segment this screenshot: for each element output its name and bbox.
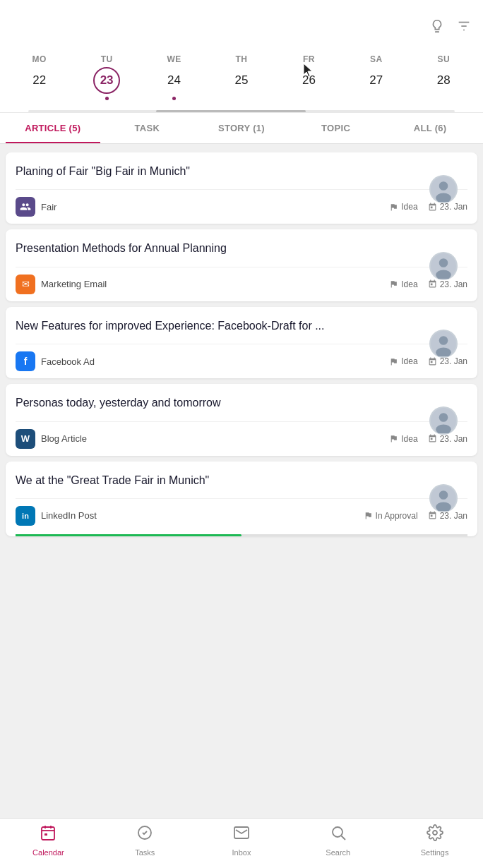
- day-col-23[interactable]: TU23: [73, 54, 140, 104]
- day-label: MO: [32, 54, 47, 64]
- nav-label-settings: Settings: [421, 848, 449, 857]
- day-dot: [239, 97, 243, 100]
- header: [0, 13, 483, 46]
- status-badge: Idea: [389, 356, 417, 366]
- card-top: Planing of Fair "Big Fair in Munich": [16, 164, 467, 179]
- day-number: 26: [295, 67, 322, 94]
- status-badge: Idea: [389, 279, 417, 289]
- day-number: 22: [26, 67, 53, 94]
- date-label: 23. Jan: [440, 279, 467, 289]
- nav-item-tasks[interactable]: Tasks: [97, 824, 193, 857]
- filter-icon[interactable]: [456, 18, 472, 37]
- day-col-25[interactable]: TH25: [208, 54, 275, 104]
- avatar: [429, 330, 458, 358]
- header-icons: [429, 18, 472, 37]
- card-title: New Features for improved Experience: Fa…: [16, 318, 467, 334]
- tag-icon-marketing: ✉: [16, 275, 35, 294]
- tab-task[interactable]: TASK: [100, 113, 195, 143]
- content-list: Planing of Fair "Big Fair in Munich" Fai…: [0, 144, 483, 545]
- tag-label: Facebook Ad: [41, 356, 95, 367]
- bottom-nav: Calendar Tasks Inbox Search Settings: [0, 818, 483, 868]
- date-badge: 23. Jan: [428, 202, 467, 212]
- card-meta: Idea 23. Jan: [389, 434, 467, 444]
- calendar-days: MO22TU23WE24TH25FR26SA27SU28: [0, 52, 483, 104]
- svg-point-5: [439, 181, 448, 191]
- card-footer: Fair Idea 23. Jan: [16, 189, 467, 224]
- card-title: Presentation Methods for Annual Planning: [16, 241, 467, 256]
- tag-icon-wordpress: W: [16, 429, 35, 449]
- status-badge: In Approval: [364, 511, 418, 521]
- tag-label: LinkedIn Post: [41, 510, 97, 521]
- svg-point-27: [433, 831, 437, 835]
- tag-label: Blog Article: [41, 433, 87, 444]
- date-badge: 23. Jan: [428, 356, 467, 366]
- day-col-27[interactable]: SA27: [342, 54, 410, 104]
- card-meta: Idea 23. Jan: [389, 202, 467, 212]
- card-top: Personas today, yesterday and tomorrow: [16, 395, 467, 411]
- card-tag: Fair: [16, 197, 56, 217]
- tabs: ARTICLE (5)TASKSTORY (1)TOPICALL (6): [0, 113, 483, 144]
- tab-story[interactable]: STORY (1): [194, 113, 289, 143]
- tag-label: Marketing Email: [41, 279, 107, 289]
- day-col-28[interactable]: SU28: [410, 54, 477, 104]
- calendar-scroll-indicator: [28, 110, 455, 112]
- tag-icon-linkedin: in: [16, 506, 35, 526]
- nav-item-settings[interactable]: Settings: [386, 824, 483, 857]
- date-badge: 23. Jan: [428, 434, 467, 444]
- svg-point-8: [439, 259, 448, 268]
- nav-label-search: Search: [326, 848, 350, 857]
- day-label: SA: [370, 54, 383, 64]
- nav-item-inbox[interactable]: Inbox: [193, 824, 290, 857]
- status-label: In Approval: [376, 511, 418, 521]
- card-tag: W Blog Article: [16, 429, 87, 449]
- day-number: 24: [161, 67, 188, 94]
- content-card[interactable]: Presentation Methods for Annual Planning…: [6, 229, 477, 301]
- tab-all[interactable]: ALL (6): [383, 113, 477, 143]
- date-badge: 23. Jan: [428, 511, 467, 521]
- tab-topic[interactable]: TOPIC: [289, 113, 383, 143]
- inbox-icon: [233, 824, 250, 845]
- card-meta: In Approval 23. Jan: [364, 511, 467, 521]
- svg-point-14: [439, 413, 448, 422]
- status-label: Idea: [401, 202, 417, 212]
- day-label: WE: [167, 54, 181, 64]
- content-card[interactable]: We at the "Great Trade Fair in Munich" i…: [6, 462, 477, 536]
- date-label: 23. Jan: [440, 434, 467, 444]
- lightbulb-icon[interactable]: [429, 18, 445, 37]
- status-badge: Idea: [389, 434, 417, 444]
- status-bar: [0, 0, 483, 13]
- nav-item-calendar[interactable]: Calendar: [0, 824, 97, 857]
- card-footer: f Facebook Ad Idea 23. Jan: [16, 344, 467, 378]
- calendar-scroll-thumb: [156, 110, 305, 112]
- day-number: 28: [430, 67, 457, 94]
- card-top: We at the "Great Trade Fair in Munich": [16, 473, 467, 488]
- day-dot: [105, 97, 109, 100]
- card-footer: W Blog Article Idea 23. Jan: [16, 421, 467, 456]
- day-col-26[interactable]: FR26: [275, 54, 342, 104]
- svg-point-17: [439, 490, 448, 500]
- day-col-24[interactable]: WE24: [141, 54, 208, 104]
- day-dot: [307, 97, 311, 100]
- content-card[interactable]: New Features for improved Experience: Fa…: [6, 307, 477, 378]
- day-dot: [442, 97, 446, 100]
- tag-icon-facebook: f: [16, 351, 35, 371]
- svg-rect-23: [44, 833, 47, 836]
- content-card[interactable]: Planing of Fair "Big Fair in Munich" Fai…: [6, 152, 477, 224]
- svg-point-25: [333, 827, 342, 837]
- day-col-22[interactable]: MO22: [6, 54, 73, 104]
- date-label: 23. Jan: [440, 356, 467, 366]
- card-title: We at the "Great Trade Fair in Munich": [16, 473, 467, 488]
- day-dot: [37, 97, 41, 100]
- card-tag: f Facebook Ad: [16, 351, 95, 371]
- svg-rect-19: [42, 827, 54, 840]
- card-title: Personas today, yesterday and tomorrow: [16, 395, 467, 411]
- content-card[interactable]: Personas today, yesterday and tomorrow W…: [6, 384, 477, 455]
- day-dot: [172, 97, 176, 100]
- card-meta: Idea 23. Jan: [389, 279, 467, 289]
- tab-article[interactable]: ARTICLE (5): [6, 113, 100, 143]
- calendar: MO22TU23WE24TH25FR26SA27SU28: [0, 46, 483, 113]
- nav-label-tasks: Tasks: [135, 848, 155, 857]
- nav-item-search[interactable]: Search: [290, 824, 386, 857]
- status-label: Idea: [401, 434, 417, 444]
- day-number: 25: [228, 67, 255, 94]
